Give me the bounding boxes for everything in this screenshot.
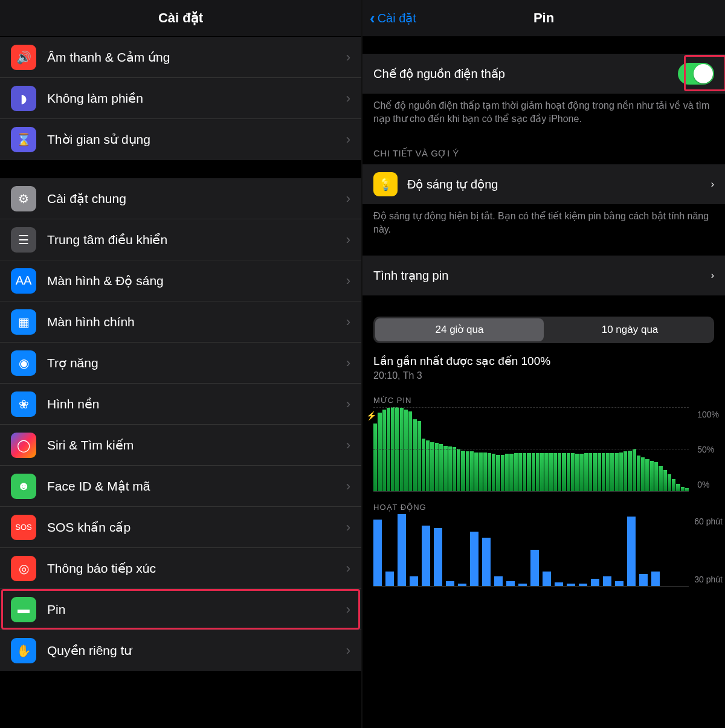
chevron-right-icon: › xyxy=(346,50,350,65)
level-bar xyxy=(540,453,544,491)
level-bar xyxy=(593,453,596,491)
settings-row-controlcenter[interactable]: ☰Trung tâm điều khiển› xyxy=(0,219,361,260)
auto-brightness-desc: Độ sáng tự động hiện bị tắt. Bạn có thể … xyxy=(362,205,725,248)
last-charge-info: Lần gần nhất được sạc đến 100% 20:10, Th… xyxy=(362,354,725,385)
chevron-right-icon: › xyxy=(346,520,350,535)
activity-bar xyxy=(615,581,624,586)
level-bar xyxy=(610,453,614,491)
settings-group-1: 🔊Âm thanh & Cảm ứng›◗Không làm phiền›⌛Th… xyxy=(0,36,361,161)
auto-brightness-row[interactable]: 💡 Độ sáng tự động › xyxy=(362,164,725,204)
chevron-right-icon: › xyxy=(346,191,350,207)
level-bar xyxy=(474,453,478,491)
level-bar xyxy=(633,449,636,491)
settings-row-wallpaper[interactable]: ❀Hình nền› xyxy=(0,384,361,425)
seg-10d[interactable]: 10 ngày qua xyxy=(546,317,714,343)
chevron-right-icon: › xyxy=(346,273,350,289)
level-bar xyxy=(417,421,421,491)
level-bar xyxy=(443,446,447,491)
moon-icon: ◗ xyxy=(11,86,36,111)
axis-tick: 30 phút xyxy=(694,575,723,584)
settings-row-privacy[interactable]: ✋Quyền riêng tư› xyxy=(0,630,361,671)
low-power-toggle[interactable] xyxy=(678,63,714,85)
text-size-icon: AA xyxy=(11,268,36,294)
last-charge-line1: Lần gần nhất được sạc đến 100% xyxy=(373,354,714,368)
settings-row-label: Thời gian sử dụng xyxy=(47,132,346,147)
level-chart-header: MỨC PIN xyxy=(362,385,725,407)
level-bar xyxy=(378,413,381,491)
activity-bar xyxy=(518,584,527,586)
battery-health-row[interactable]: Tình trạng pin › xyxy=(362,256,725,295)
level-bar xyxy=(628,451,631,491)
activity-bar xyxy=(639,574,648,586)
level-bar xyxy=(492,454,495,491)
chevron-right-icon: › xyxy=(346,232,350,248)
axis-tick: 50% xyxy=(697,445,719,454)
toggle-knob xyxy=(694,64,713,83)
activity-bar xyxy=(651,572,660,586)
chevron-right-icon: › xyxy=(346,355,350,371)
low-power-row[interactable]: Chế độ nguồn điện thấp xyxy=(362,54,725,94)
level-bar xyxy=(373,424,377,491)
level-bar xyxy=(509,454,513,491)
gear-icon: ⚙ xyxy=(11,186,36,211)
chevron-right-icon: › xyxy=(346,132,350,147)
level-bar xyxy=(641,457,645,491)
insights-header: CHI TIẾT VÀ GỢI Ý xyxy=(362,137,725,164)
level-bar xyxy=(549,453,553,491)
level-bar xyxy=(598,453,601,491)
level-bar xyxy=(685,488,689,491)
level-bar xyxy=(654,462,658,491)
settings-row-home[interactable]: ▦Màn hình chính› xyxy=(0,301,361,343)
lightbulb-icon: 💡 xyxy=(373,172,398,196)
settings-row-label: Face ID & Mật mã xyxy=(47,479,346,494)
level-bar xyxy=(496,455,500,491)
settings-row-exposure[interactable]: ◎Thông báo tiếp xúc› xyxy=(0,548,361,589)
axis-tick: 0% xyxy=(697,480,719,489)
sound-icon: 🔊 xyxy=(11,45,36,70)
settings-row-siri[interactable]: ◯Siri & Tìm kiếm› xyxy=(0,425,361,466)
settings-pane: Cài đặt 🔊Âm thanh & Cảm ứng›◗Không làm p… xyxy=(0,0,362,728)
level-bar xyxy=(470,451,474,491)
battery-title: Pin xyxy=(533,10,554,26)
activity-bar xyxy=(482,538,491,585)
back-label: Cài đặt xyxy=(378,11,416,25)
settings-row-accessibility[interactable]: ◉Trợ năng› xyxy=(0,343,361,384)
back-button[interactable]: ‹ Cài đặt xyxy=(370,0,416,36)
seg-24h[interactable]: 24 giờ qua xyxy=(375,318,544,341)
settings-row-dnd[interactable]: ◗Không làm phiền› xyxy=(0,78,361,119)
level-bar xyxy=(619,453,623,491)
level-bar xyxy=(681,487,685,491)
settings-row-display[interactable]: AAMàn hình & Độ sáng› xyxy=(0,260,361,301)
settings-row-sos[interactable]: SOSSOS khẩn cấp› xyxy=(0,507,361,548)
level-bar xyxy=(501,455,504,491)
activity-bar xyxy=(579,584,587,586)
level-bar xyxy=(562,453,566,491)
level-bar xyxy=(668,474,671,491)
hand-icon: ✋ xyxy=(11,638,36,663)
settings-row-label: Cài đặt chung xyxy=(47,192,346,206)
level-bar xyxy=(426,440,430,491)
chevron-right-icon: › xyxy=(346,437,350,453)
level-bar xyxy=(672,479,675,491)
activity-bar xyxy=(603,576,611,586)
charging-icon: ⚡ xyxy=(366,411,376,420)
settings-row-screentime[interactable]: ⌛Thời gian sử dụng› xyxy=(0,119,361,160)
settings-row-battery[interactable]: ▬Pin› xyxy=(0,589,361,630)
settings-row-sound[interactable]: 🔊Âm thanh & Cảm ứng› xyxy=(0,37,361,78)
activity-bar xyxy=(434,528,442,585)
level-bar xyxy=(567,453,570,491)
level-bar xyxy=(606,453,610,491)
level-bar xyxy=(395,407,399,491)
settings-row-faceid[interactable]: ☻Face ID & Mật mã› xyxy=(0,466,361,507)
chevron-left-icon: ‹ xyxy=(370,10,375,26)
activity-bar xyxy=(398,514,406,586)
settings-row-general[interactable]: ⚙Cài đặt chung› xyxy=(0,178,361,219)
insights-group: 💡 Độ sáng tự động › xyxy=(362,164,725,205)
axis-tick: 60 phút xyxy=(694,517,723,526)
chevron-right-icon: › xyxy=(346,643,350,659)
chevron-right-icon: › xyxy=(346,602,350,617)
battery-icon: ▬ xyxy=(11,597,36,622)
activity-bar xyxy=(530,550,539,586)
activity-bar xyxy=(543,572,551,586)
activity-bar xyxy=(494,576,503,586)
